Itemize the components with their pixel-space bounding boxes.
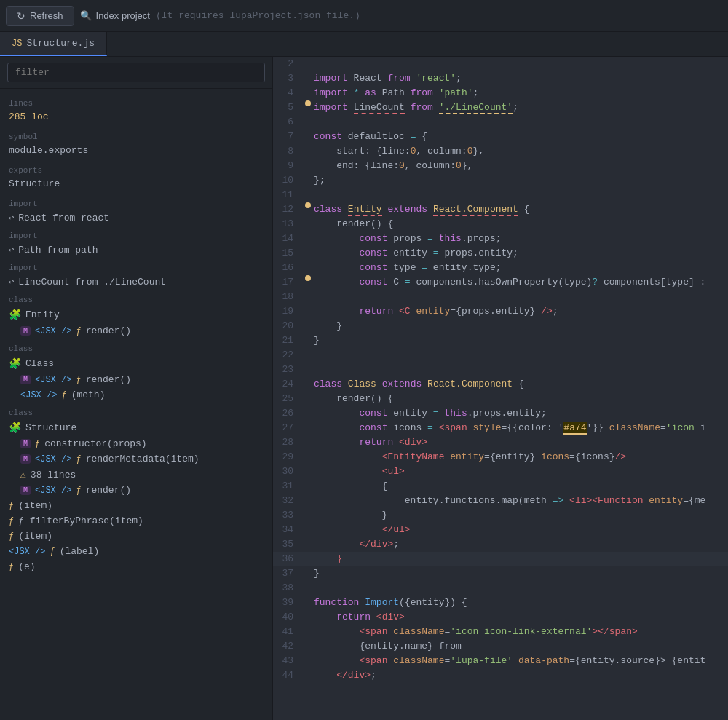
line-num-24: 24 xyxy=(273,377,302,392)
refresh-button[interactable]: ↻ Refresh xyxy=(6,6,74,26)
class-structure-item[interactable]: 🧩 Structure xyxy=(0,419,272,436)
lines-value: 285 loc xyxy=(0,110,272,127)
badge-m-rendermetadata: M xyxy=(20,454,31,464)
code-line-3: 3 import React from 'react'; xyxy=(273,71,728,86)
code-line-6: 6 xyxy=(273,115,728,130)
line-num-10: 10 xyxy=(273,173,302,188)
code-content-3: import React from 'react'; xyxy=(314,71,728,86)
line-num-44: 44 xyxy=(273,668,302,683)
line-num-25: 25 xyxy=(273,392,302,406)
badge-jsx-class: <JSX /> xyxy=(35,375,71,385)
code-line-23: 23 xyxy=(273,363,728,377)
code-content-9: end: {line:0, column:0}, xyxy=(314,159,728,173)
fn-filterbyphrase-item[interactable]: ƒ ƒ filterByPhrase(item) xyxy=(0,513,272,529)
badge-m-class: M xyxy=(20,375,31,384)
structure-render-item[interactable]: M <JSX /> ƒ render() xyxy=(0,483,272,498)
fn-label-3: (item) xyxy=(18,531,52,542)
badge-m-entity: M xyxy=(20,326,31,336)
code-content-38 xyxy=(314,581,728,596)
code-content-23 xyxy=(314,363,728,377)
line-num-16: 16 xyxy=(273,261,302,275)
fn-item-item[interactable]: ƒ (item) xyxy=(0,498,272,513)
index-project-button[interactable]: 🔍 Index project xyxy=(80,10,150,21)
line-num-37: 37 xyxy=(273,566,302,581)
badge-f-label: ƒ xyxy=(50,547,55,557)
code-content-16: const type = entity.type; xyxy=(314,261,728,275)
import-path-item[interactable]: ↩ Path from path xyxy=(0,242,272,258)
line-num-28: 28 xyxy=(273,435,302,450)
index-hint: (It requires lupaProject.json file.) xyxy=(156,10,360,21)
filter-wrap xyxy=(0,57,272,89)
code-line-20: 20 } xyxy=(273,319,728,333)
class-render-item[interactable]: M <JSX /> ƒ render() xyxy=(0,372,272,387)
line-num-21: 21 xyxy=(273,333,302,348)
fn-label-5: (e) xyxy=(18,561,35,572)
lines-label: lines xyxy=(0,93,272,110)
line-num-33: 33 xyxy=(273,508,302,523)
dot-12 xyxy=(305,202,311,208)
line-num-22: 22 xyxy=(273,348,302,363)
dot-17 xyxy=(305,275,311,281)
line-num-41: 41 xyxy=(273,625,302,639)
fn-label-2: ƒ filterByPhrase(item) xyxy=(18,515,143,526)
render-metadata-item[interactable]: M <JSX /> ƒ renderMetadata(item) xyxy=(0,451,272,467)
code-content-28: return <div> xyxy=(314,435,728,450)
class-class-item[interactable]: 🧩 Class xyxy=(0,355,272,372)
filter-input[interactable] xyxy=(7,63,265,82)
import-linecount-item[interactable]: ↩ LineCount from ./LineCount xyxy=(0,274,272,290)
class-entity-section-label: class xyxy=(0,290,272,306)
line-num-35: 35 xyxy=(273,537,302,552)
code-line-43: 43 <span className='lupa-file' data-path… xyxy=(273,654,728,668)
code-content-34: </ul> xyxy=(314,523,728,537)
line-num-31: 31 xyxy=(273,479,302,494)
line-num-14: 14 xyxy=(273,232,302,246)
line-num-4: 4 xyxy=(273,86,302,100)
code-content-27: const icons = <span style={{color: '#a74… xyxy=(314,421,728,435)
entity-render-item[interactable]: M <JSX /> ƒ render() xyxy=(0,323,272,339)
constructor-item[interactable]: M ƒ constructor(props) xyxy=(0,436,272,451)
fn-jsx-label-item[interactable]: <JSX /> ƒ (label) xyxy=(0,544,272,559)
code-line-27: 27 const icons = <span style={{color: '#… xyxy=(273,421,728,435)
import-react-item[interactable]: ↩ React from react xyxy=(0,210,272,226)
sidebar-content: lines 285 loc symbol module.exports expo… xyxy=(0,89,272,720)
code-line-34: 34 </ul> xyxy=(273,523,728,537)
exports-label: exports xyxy=(0,160,272,177)
line-num-32: 32 xyxy=(273,494,302,508)
import-icon-1: ↩ xyxy=(9,213,14,223)
badge-jsx-meth: <JSX /> xyxy=(20,390,57,400)
import-label-3: import xyxy=(0,258,272,274)
code-line-22: 22 xyxy=(273,348,728,363)
code-content-15: const entity = props.entity; xyxy=(314,246,728,261)
code-content-11 xyxy=(314,188,728,202)
code-content-10: }; xyxy=(314,173,728,188)
import-icon-2: ↩ xyxy=(9,245,14,256)
code-content-26: const entity = this.props.entity; xyxy=(314,406,728,421)
code-line-5: 5 import LineCount from './LineCount'; xyxy=(273,100,728,115)
class-class-section-label: class xyxy=(0,339,272,355)
code-content-42: {entity.name} from xyxy=(314,639,728,654)
code-content-36: } xyxy=(314,552,728,566)
tab-bar: JS Structure.js xyxy=(0,32,728,57)
structure-tab[interactable]: JS Structure.js xyxy=(0,32,107,56)
code-line-32: 32 entity.functions.map(meth => <li><Fun… xyxy=(273,494,728,508)
warn-icon: ⚠ xyxy=(20,469,26,480)
line-num-7: 7 xyxy=(273,130,302,144)
line-num-26: 26 xyxy=(273,406,302,421)
code-content-20: } xyxy=(314,319,728,333)
import-label-2: import xyxy=(0,226,272,242)
class-meth-item[interactable]: <JSX /> ƒ (meth) xyxy=(0,387,272,403)
code-line-35: 35 </div>; xyxy=(273,537,728,552)
code-line-18: 18 xyxy=(273,290,728,304)
code-content-32: entity.functions.map(meth => <li><Functi… xyxy=(314,494,728,508)
code-content-4: import * as Path from 'path'; xyxy=(314,86,728,100)
class-entity-item[interactable]: 🧩 Entity xyxy=(0,306,272,323)
tab-filename: Structure.js xyxy=(26,38,95,49)
import-path-label: Path from path xyxy=(18,245,98,256)
code-line-31: 31 { xyxy=(273,479,728,494)
gutter-5 xyxy=(302,100,314,106)
gutter-12 xyxy=(302,202,314,208)
fn-e-item[interactable]: ƒ (e) xyxy=(0,559,272,574)
fn-item2-item[interactable]: ƒ (item) xyxy=(0,529,272,544)
exports-value: Structure xyxy=(0,177,272,194)
line-num-12: 12 xyxy=(273,202,302,217)
